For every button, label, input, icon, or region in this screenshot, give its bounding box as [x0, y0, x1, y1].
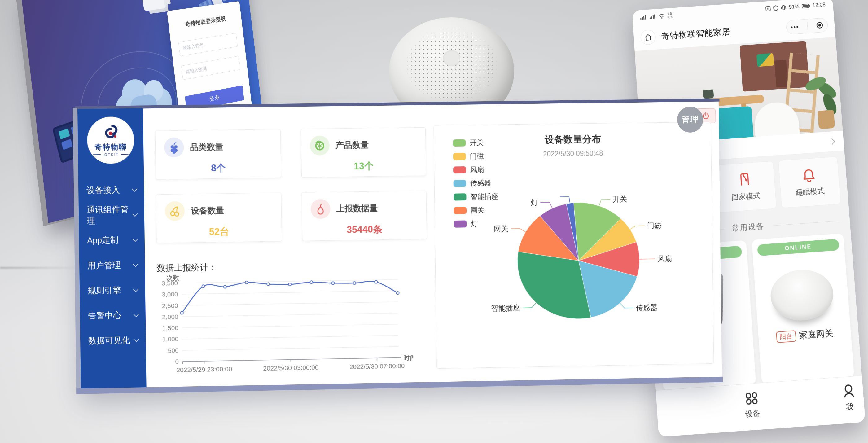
stat-value: 8个 — [164, 161, 272, 176]
grid-icon — [744, 391, 759, 406]
signal-icon — [640, 14, 647, 20]
vibrate-icon — [781, 5, 786, 10]
sidebar: 奇特物聯 IOTKIT 设备接入通讯组件管理App定制用户管理规则引擎告警中心数… — [78, 108, 147, 388]
svg-text:传感器: 传感器 — [636, 303, 658, 312]
door-icon — [737, 172, 752, 187]
logo-subtitle: IOTKIT — [93, 152, 128, 156]
pie-chart: 开关门磁风扇传感器智能插座网关灯 — [434, 122, 713, 368]
svg-text:次数: 次数 — [166, 274, 179, 282]
person-icon — [841, 383, 856, 399]
hero-cup — [703, 89, 714, 99]
chevron-down-icon — [133, 286, 138, 292]
svg-text:网关: 网关 — [494, 224, 508, 233]
line-chart-title: 数据上报统计： — [157, 261, 217, 274]
admin-avatar-badge[interactable]: 管理 — [677, 106, 703, 133]
chevron-right-icon — [829, 138, 835, 145]
svg-text:风扇: 风扇 — [658, 254, 672, 263]
chevron-down-icon — [132, 211, 138, 217]
shield-icon — [773, 5, 778, 11]
chevron-down-icon — [132, 186, 137, 192]
clock-time: 12:08 — [812, 2, 826, 9]
dashboard-main: 品类数量 8个 产品数量 13个 — [143, 102, 722, 387]
password-input[interactable] — [181, 56, 240, 80]
tab-devices[interactable]: 设备 — [744, 391, 761, 419]
close-capsule-button[interactable] — [816, 21, 824, 29]
stat-card-reports: 上报数据量 35440条 — [302, 191, 427, 241]
mode-card-home[interactable]: 回家模式 — [714, 161, 776, 213]
chevron-down-icon — [132, 236, 138, 242]
device-name: 家庭网关 — [799, 327, 834, 341]
signal-icon — [649, 14, 656, 20]
svg-text:0: 0 — [175, 358, 179, 365]
wifi-icon — [659, 13, 665, 19]
home-button[interactable] — [640, 29, 656, 45]
sidebar-item-2[interactable]: App定制 — [79, 227, 145, 253]
stat-card-categories: 品类数量 8个 — [155, 129, 281, 180]
svg-text:2022/5/29 23:00:00: 2022/5/29 23:00:00 — [176, 365, 232, 373]
status-badge: ONLINE — [757, 239, 839, 256]
svg-text:1,000: 1,000 — [162, 336, 179, 343]
svg-text:时间: 时间 — [403, 354, 413, 361]
svg-text:灯: 灯 — [531, 198, 538, 207]
web-dashboard-panel: 奇特物聯 IOTKIT 设备接入通讯组件管理App定制用户管理规则引擎告警中心数… — [78, 101, 722, 388]
chevron-down-icon — [133, 311, 139, 317]
mode-card-sleep[interactable]: 睡眠模式 — [778, 156, 841, 208]
net-speed: 1.9 K/s — [667, 12, 672, 19]
pie-card: 设备数量分布 2022/5/30 09:50:48 开关门磁风扇传感器智能插座网… — [433, 122, 714, 369]
svg-text:3,000: 3,000 — [162, 291, 178, 298]
logo-mark-icon — [101, 124, 121, 141]
bell-icon — [801, 167, 816, 183]
stat-value: 35440条 — [311, 222, 418, 237]
home-icon — [644, 33, 652, 41]
speaker-logo — [443, 50, 460, 66]
svg-text:1,500: 1,500 — [162, 324, 179, 332]
section-header-label: 常用设备 — [732, 221, 765, 233]
svg-text:2022/5/30 07:00:00: 2022/5/30 07:00:00 — [349, 362, 405, 370]
stat-cards: 品类数量 8个 产品数量 13个 — [155, 127, 427, 243]
login-title: 奇特物联登录授权 — [176, 13, 235, 30]
floor-seam — [0, 267, 81, 268]
svg-text:2,500: 2,500 — [162, 302, 179, 309]
sidebar-item-0[interactable]: 设备接入 — [79, 177, 144, 203]
logo: 奇特物聯 IOTKIT — [87, 117, 134, 164]
nfc-icon — [765, 6, 771, 11]
sidebar-item-5[interactable]: 告警中心 — [80, 302, 146, 328]
svg-text:开关: 开关 — [613, 195, 627, 203]
stat-value: 13个 — [310, 159, 417, 173]
stat-card-devices: 设备数量 52台 — [156, 193, 282, 243]
svg-text:门磁: 门磁 — [647, 221, 662, 229]
svg-text:2022/5/30 03:00:00: 2022/5/30 03:00:00 — [263, 364, 318, 372]
sidebar-item-4[interactable]: 规则引擎 — [80, 277, 146, 303]
line-chart: 05001,0001,5002,0002,5003,0003,5002022/5… — [154, 270, 413, 383]
pear-icon — [311, 199, 331, 219]
logo-name: 奇特物聯 — [94, 142, 127, 152]
username-input[interactable] — [179, 33, 238, 56]
miniprogram-capsule: ••• — [785, 18, 828, 35]
gateway-image — [769, 268, 835, 322]
chevron-down-icon — [133, 337, 139, 342]
device-card-gateway[interactable]: ONLINE 阳台 家庭网关 — [752, 233, 855, 384]
sidebar-item-6[interactable]: 数据可见化 — [80, 327, 146, 353]
more-button[interactable]: ••• — [790, 23, 800, 31]
svg-text:2,000: 2,000 — [162, 313, 179, 320]
sidebar-item-1[interactable]: 通讯组件管理 — [79, 202, 145, 228]
stage: 奇特物联登录授权 登录 1.9 K/s — [0, 0, 868, 443]
cherries-icon — [165, 201, 185, 221]
tab-me[interactable]: 我 — [841, 383, 857, 412]
stat-card-products: 产品数量 13个 — [301, 127, 426, 178]
battery-icon — [802, 4, 810, 9]
stat-value: 52台 — [165, 225, 273, 239]
grapes-icon — [164, 137, 184, 158]
sidebar-item-3[interactable]: 用户管理 — [79, 252, 145, 278]
battery-percent: 91% — [789, 3, 800, 10]
lime-icon — [310, 136, 330, 156]
svg-text:智能插座: 智能插座 — [491, 304, 520, 312]
chevron-down-icon — [132, 261, 138, 267]
camera-illustration — [142, 0, 166, 11]
app-title: 奇特物联智能家居 — [661, 26, 731, 42]
room-tag: 阳台 — [776, 330, 796, 343]
sidebar-nav: 设备接入通讯组件管理App定制用户管理规则引擎告警中心数据可见化 — [79, 177, 146, 353]
svg-text:500: 500 — [168, 347, 179, 354]
